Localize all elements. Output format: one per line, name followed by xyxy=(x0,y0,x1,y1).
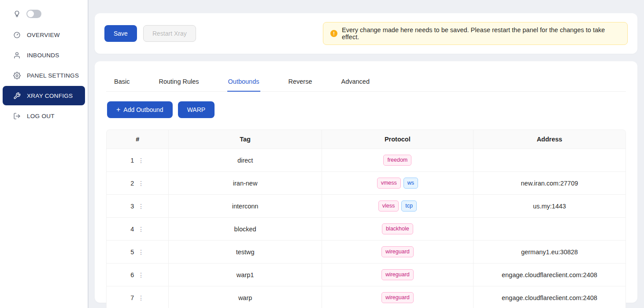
protocol-badge: wireguard xyxy=(381,269,414,280)
table-row: 1⋮ direct freedom xyxy=(107,149,625,172)
restart-xray-button[interactable]: Restart Xray xyxy=(143,25,196,42)
sidebar-nav: OVERVIEW INBOUNDS PANEL SETTINGS XRAY CO… xyxy=(0,25,88,126)
main-content: Save Restart Xray ! Every change made he… xyxy=(89,0,644,308)
protocol-badge: wireguard xyxy=(381,246,414,257)
row-number: 7 xyxy=(130,294,134,301)
row-number: 1 xyxy=(130,157,134,164)
row-tag: direct xyxy=(169,149,322,172)
sidebar-item-label: LOG OUT xyxy=(27,113,55,119)
sidebar-item-logout[interactable]: LOG OUT xyxy=(3,106,85,126)
row-menu-icon[interactable]: ⋮ xyxy=(138,157,144,164)
transport-badge: ws xyxy=(403,178,418,189)
xray-config-card: Basic Routing Rules Outbounds Reverse Ad… xyxy=(95,61,637,303)
tab-routing-rules[interactable]: Routing Rules xyxy=(158,74,200,92)
gear-icon xyxy=(13,72,21,79)
col-header-num: # xyxy=(107,130,169,149)
row-tag: testwg xyxy=(169,241,322,263)
row-menu-icon[interactable]: ⋮ xyxy=(138,203,144,210)
row-number: 2 xyxy=(130,180,134,187)
row-menu-icon[interactable]: ⋮ xyxy=(138,294,144,301)
transport-badge: tcp xyxy=(401,200,417,212)
alert-text: Every change made here needs to be saved… xyxy=(342,26,620,41)
warp-button[interactable]: WARP xyxy=(178,101,215,118)
table-row: 2⋮ iran-new vmessws new.iran.com:27709 xyxy=(107,172,625,195)
row-address: new.iran.com:27709 xyxy=(474,172,625,195)
tab-basic[interactable]: Basic xyxy=(113,74,130,92)
row-number: 4 xyxy=(130,226,134,233)
row-number: 6 xyxy=(130,271,134,278)
outbounds-table: # Tag Protocol Address 1⋮ direct freedom xyxy=(106,130,626,308)
protocol-badge: wireguard xyxy=(381,292,414,303)
sidebar-item-panel-settings[interactable]: PANEL SETTINGS xyxy=(3,66,85,85)
row-address: us.my:1443 xyxy=(474,195,625,218)
lightbulb-icon xyxy=(13,10,21,18)
user-icon xyxy=(13,52,21,59)
col-header-tag: Tag xyxy=(169,130,322,149)
row-number: 3 xyxy=(130,203,134,210)
row-address: engage.cloudflareclient.com:2408 xyxy=(474,286,625,308)
protocol-badge: vless xyxy=(378,200,399,212)
table-row: 3⋮ interconn vlesstcp us.my:1443 xyxy=(107,195,625,218)
row-tag: warp1 xyxy=(169,263,322,286)
table-row: 4⋮ blocked blackhole xyxy=(107,218,625,241)
logout-icon xyxy=(13,112,21,120)
tab-advanced[interactable]: Advanced xyxy=(341,74,371,92)
row-tag: interconn xyxy=(169,195,322,218)
sidebar-item-label: INBOUNDS xyxy=(27,52,59,59)
row-menu-icon[interactable]: ⋮ xyxy=(138,226,144,233)
sidebar-item-label: XRAY CONFIGS xyxy=(27,93,73,99)
dashboard-icon xyxy=(13,31,21,39)
table-row: 7⋮ warp wireguard engage.cloudflareclien… xyxy=(107,286,625,308)
protocol-badge: vmess xyxy=(377,178,401,189)
sidebar-item-overview[interactable]: OVERVIEW xyxy=(3,25,85,45)
sidebar-item-xray-configs[interactable]: XRAY CONFIGS xyxy=(3,86,85,105)
wrench-icon xyxy=(13,92,21,100)
row-menu-icon[interactable]: ⋮ xyxy=(138,249,144,256)
table-row: 5⋮ testwg wireguard germany1.eu:30828 xyxy=(107,241,625,263)
row-tag: iran-new xyxy=(169,172,322,195)
toggle-knob xyxy=(27,11,34,17)
row-address xyxy=(474,218,625,241)
tab-reverse[interactable]: Reverse xyxy=(288,74,313,92)
row-address: germany1.eu:30828 xyxy=(474,241,625,263)
row-tag: blocked xyxy=(169,218,322,241)
row-number: 5 xyxy=(130,249,134,256)
sidebar-item-label: PANEL SETTINGS xyxy=(27,72,79,79)
table-row: 6⋮ warp1 wireguard engage.cloudflareclie… xyxy=(107,263,625,286)
app-window: OVERVIEW INBOUNDS PANEL SETTINGS XRAY CO… xyxy=(0,0,644,308)
row-address xyxy=(474,149,625,172)
save-warning-alert: ! Every change made here needs to be sav… xyxy=(323,22,628,45)
add-outbound-button[interactable]: +Add Outbound xyxy=(107,101,173,118)
theme-switch-row xyxy=(0,8,88,24)
sidebar-item-inbounds[interactable]: INBOUNDS xyxy=(3,45,85,65)
row-menu-icon[interactable]: ⋮ xyxy=(138,271,144,278)
config-tabs: Basic Routing Rules Outbounds Reverse Ad… xyxy=(106,74,626,92)
theme-toggle[interactable] xyxy=(26,10,41,18)
col-header-protocol: Protocol xyxy=(322,130,474,149)
sidebar: OVERVIEW INBOUNDS PANEL SETTINGS XRAY CO… xyxy=(0,0,89,308)
protocol-badge: freedom xyxy=(383,155,411,166)
sidebar-item-label: OVERVIEW xyxy=(27,32,60,38)
tab-outbounds[interactable]: Outbounds xyxy=(227,74,260,92)
plus-icon: + xyxy=(116,106,120,113)
save-button[interactable]: Save xyxy=(104,25,137,42)
protocol-badge: blackhole xyxy=(382,223,413,234)
toolbar-card: Save Restart Xray ! Every change made he… xyxy=(95,13,637,54)
col-header-address: Address xyxy=(474,130,625,149)
outbound-actions: +Add Outbound WARP xyxy=(106,101,626,118)
warning-icon: ! xyxy=(330,30,337,37)
row-tag: warp xyxy=(169,286,322,308)
row-address: engage.cloudflareclient.com:2408 xyxy=(474,263,625,286)
row-menu-icon[interactable]: ⋮ xyxy=(138,180,144,187)
